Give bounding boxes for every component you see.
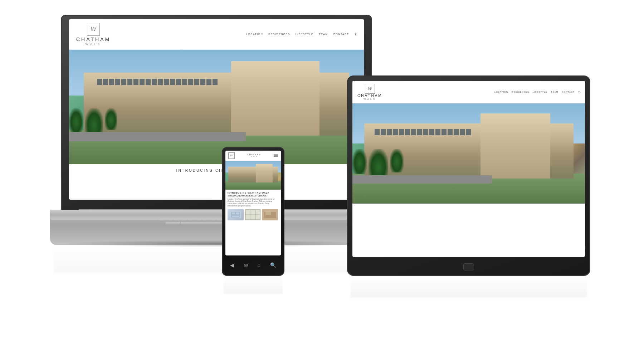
phone-intro-title: INTRODUCING CHATHAM WALK xyxy=(228,192,279,194)
tablet-logo-letter: W xyxy=(368,86,372,91)
phone-nav-bar: ◀ ✉ ⌂ 🔍 xyxy=(225,258,281,272)
svg-rect-11 xyxy=(265,211,271,215)
laptop-site-menu: LOCATION RESIDENCES LIFESTYLE TEAM CONTA… xyxy=(246,33,357,36)
tablet-nav-team[interactable]: TEAM xyxy=(551,91,558,93)
thumb-interior-img xyxy=(262,209,278,220)
phone-logo-letter: W xyxy=(230,154,233,157)
tablet-nav-residences[interactable]: RESIDENCES xyxy=(512,91,529,93)
phone-thumb-2 xyxy=(245,209,261,220)
phone-thumb-3 xyxy=(262,209,278,220)
tablet-home-button[interactable] xyxy=(463,263,474,270)
phone-device: W CHATHAM WALK xyxy=(222,147,284,276)
tablet-logo-box: W xyxy=(365,84,375,94)
phone-logo-box: W xyxy=(228,152,235,159)
search-icon[interactable]: ⚲ xyxy=(355,33,357,36)
laptop-screen-outer: W CHATHAM WALK LOCATION RESIDENCES LIFES… xyxy=(61,15,372,211)
tablet-display: W CHATHAM WALK LOCATION RESIDENCES LIFES… xyxy=(352,81,585,257)
laptop-caption: INTRODUCING CHATHAM WALK xyxy=(69,164,364,177)
laptop-nav-team[interactable]: TEAM xyxy=(319,33,328,35)
tablet-site-nav: W CHATHAM WALK LOCATION RESIDENCES LIFES… xyxy=(352,81,585,103)
laptop-reflection xyxy=(54,245,379,273)
phone-body: W CHATHAM WALK xyxy=(222,147,284,276)
tablet-device: W CHATHAM WALK LOCATION RESIDENCES LIFES… xyxy=(347,75,590,276)
tablet-reflection xyxy=(351,276,587,297)
blueprint-svg xyxy=(230,211,241,218)
menu-line-3 xyxy=(274,156,278,157)
phone-subtitle: 33 NEW CONDO RESIDENCES FOR SALE xyxy=(228,195,279,197)
email-icon[interactable]: ✉ xyxy=(244,262,248,268)
laptop-logo-area: W CHATHAM WALK xyxy=(76,23,111,46)
tablet-brand-name: CHATHAM xyxy=(357,94,382,98)
tablet-nav-location[interactable]: LOCATION xyxy=(494,91,508,93)
laptop-nav-contact[interactable]: CONTACT xyxy=(333,33,349,35)
laptop-building-wing xyxy=(231,61,319,136)
laptop-nav-lifestyle[interactable]: LIFESTYLE xyxy=(296,33,313,35)
tablet-hero-image xyxy=(352,103,585,204)
back-icon[interactable]: ◀ xyxy=(230,262,234,268)
phone-site-nav: W CHATHAM WALK xyxy=(225,151,281,161)
laptop-brand-sub: WALK xyxy=(86,42,102,46)
phone-thumb-1 xyxy=(228,209,244,220)
kb-key xyxy=(166,222,180,224)
devices-scene: W CHATHAM WALK LOCATION RESIDENCES LIFES… xyxy=(54,15,590,337)
laptop-kb-row-3 xyxy=(64,222,369,224)
laptop-logo-box: W xyxy=(87,23,100,36)
laptop-bezel: W CHATHAM WALK LOCATION RESIDENCES LIFES… xyxy=(69,19,364,200)
laptop-nav-residences[interactable]: RESIDENCES xyxy=(268,33,290,35)
laptop-site-nav: W CHATHAM WALK LOCATION RESIDENCES LIFES… xyxy=(69,19,364,50)
tablet-nav-contact[interactable]: CONTACT xyxy=(562,91,575,93)
interior-svg xyxy=(262,209,278,220)
phone-hero-wing xyxy=(256,164,273,182)
phone-brand-sub: WALK xyxy=(251,156,258,157)
floorplan-svg xyxy=(245,209,261,220)
laptop-hero-parking xyxy=(69,132,246,141)
laptop-brand-name: CHATHAM xyxy=(76,36,111,42)
laptop-base xyxy=(50,210,383,220)
thumb-blueprint-img xyxy=(228,209,244,220)
tablet-body: W CHATHAM WALK LOCATION RESIDENCES LIFES… xyxy=(347,75,590,276)
tablet-site-menu: LOCATION RESIDENCES LIFESTYLE TEAM CONTA… xyxy=(494,91,580,93)
tablet-logo-area: W CHATHAM WALK xyxy=(357,84,382,100)
search-icon[interactable]: 🔍 xyxy=(270,262,276,268)
phone-hero-image xyxy=(225,161,281,190)
laptop-device: W CHATHAM WALK LOCATION RESIDENCES LIFES… xyxy=(61,15,372,251)
menu-line-2 xyxy=(274,155,278,156)
tablet-brand-sub: WALK xyxy=(364,98,376,100)
tablet-nav-lifestyle[interactable]: LIFESTYLE xyxy=(533,91,547,93)
phone-brand-area: CHATHAM WALK xyxy=(247,153,261,157)
phone-reflection xyxy=(224,276,283,294)
tablet-building-wing xyxy=(480,113,550,179)
phone-display: W CHATHAM WALK xyxy=(225,151,281,255)
home-icon[interactable]: ⌂ xyxy=(258,262,260,268)
hamburger-icon[interactable] xyxy=(274,154,278,157)
laptop-nav-location[interactable]: LOCATION xyxy=(246,33,263,35)
laptop-display: W CHATHAM WALK LOCATION RESIDENCES LIFES… xyxy=(69,19,364,200)
phone-description: Located in the "heart and soul" of Downt… xyxy=(228,198,279,207)
phone-thumbnails xyxy=(228,209,279,220)
menu-line-1 xyxy=(274,154,278,155)
tablet-hero-parking xyxy=(352,175,492,183)
phone-text-content: INTRODUCING CHATHAM WALK 33 NEW CONDO RE… xyxy=(225,190,281,223)
laptop-hero-image xyxy=(69,50,364,164)
laptop-logo-letter: W xyxy=(91,26,96,33)
thumb-floorplan-img xyxy=(245,209,261,220)
tablet-search-icon[interactable]: ⚲ xyxy=(578,91,580,93)
svg-rect-4 xyxy=(245,209,261,220)
